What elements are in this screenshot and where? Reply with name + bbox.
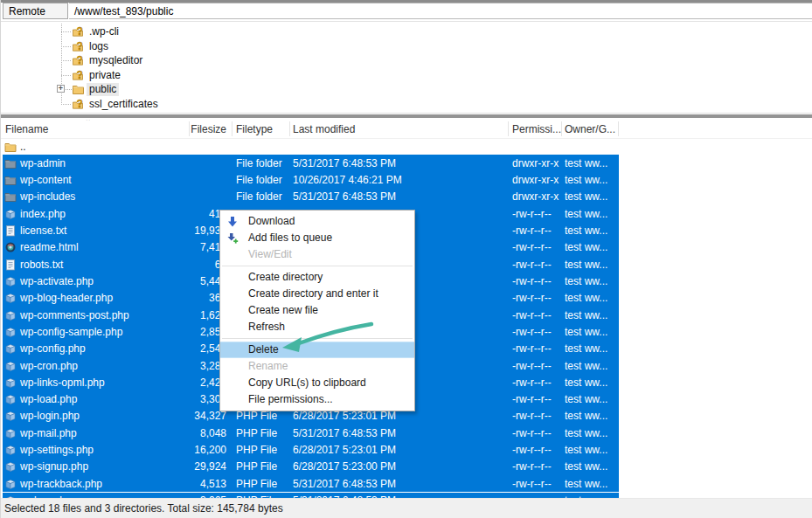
column-header-last-modified[interactable]: Last modified — [293, 122, 355, 136]
cell-size: 7,413 — [139, 241, 226, 254]
selection-summary: Selected 18 files and 3 directories. Tot… — [4, 501, 283, 515]
cell-name: wp-config-sample.php — [20, 326, 122, 339]
cell-size: 3,301 — [139, 393, 226, 406]
column-header-owner-group[interactable]: Owner/G... — [565, 122, 615, 136]
cell-size: 5,447 — [139, 275, 226, 288]
cell-type: PHP File — [236, 427, 277, 440]
tree-item-label[interactable]: public — [87, 83, 119, 96]
cell-perms: -rw-r--r-- — [512, 208, 552, 221]
tree-item-label[interactable]: logs — [87, 40, 111, 53]
text-file-icon — [4, 259, 17, 271]
tree-expander-icon[interactable]: + — [57, 85, 65, 93]
column-divider[interactable] — [189, 121, 190, 136]
cell-perms: -rw-r--r-- — [512, 259, 552, 272]
column-header-filesize[interactable]: Filesize — [139, 122, 226, 136]
cell-size: 29,924 — [139, 460, 226, 473]
cell-owner: test ww... — [565, 460, 617, 473]
menu-item-create-directory[interactable]: Create directory — [220, 269, 414, 286]
menu-item-refresh[interactable]: Refresh — [220, 319, 414, 335]
menu-item-create-new-file[interactable]: Create new file — [220, 302, 414, 319]
cell-owner: test ww... — [565, 224, 617, 238]
tree-item-label[interactable]: private — [87, 69, 123, 82]
tree-item-ssl_certificates[interactable]: ?ssl_certificates — [1, 97, 350, 112]
cell-name: readme.html — [20, 241, 79, 254]
cell-owner: test ww... — [565, 393, 617, 406]
table-row-wp-signup.php[interactable]: wp-signup.php29,924PHP File6/28/2017 5:2… — [1, 459, 812, 475]
cell-name: wp-activate.php — [20, 275, 94, 288]
cell-size: 4,513 — [139, 478, 226, 491]
cell-type: File folder — [236, 174, 282, 187]
pane-splitter[interactable] — [1, 114, 812, 118]
table-row-wp-admin[interactable]: wp-adminFile folder5/31/2017 6:48:53 PMd… — [1, 155, 812, 171]
cell-name: wp-trackback.php — [20, 478, 102, 491]
svg-text:?: ? — [77, 40, 83, 52]
cell-perms: -rw-r--r-- — [512, 360, 552, 373]
column-header-permissions[interactable]: Permissi... — [512, 122, 561, 136]
tree-item-private[interactable]: ?private — [1, 68, 350, 83]
cell-size — [139, 174, 226, 187]
cell-owner: test ww... — [565, 275, 617, 288]
php-file-icon — [4, 360, 17, 372]
cell-modified: 5/31/2017 6:48:53 PM — [293, 427, 396, 440]
cell-perms: -rw-r--r-- — [512, 275, 552, 288]
menu-item-file-permissions[interactable]: File permissions... — [220, 391, 414, 408]
cell-perms: -rw-r--r-- — [512, 326, 552, 339]
menu-item-download[interactable]: Download — [220, 213, 414, 230]
cell-owner: test ww... — [565, 427, 617, 440]
cell-owner: test ww... — [565, 342, 617, 356]
cell-size: 418 — [139, 208, 226, 221]
cell-name: wp-settings.php — [20, 444, 94, 457]
tree-item-logs[interactable]: ?logs — [1, 39, 350, 54]
folder-icon — [4, 190, 17, 203]
cell-name: wp-admin — [20, 157, 66, 170]
add-queue-icon — [226, 232, 239, 245]
cell-size: 3,286 — [139, 360, 226, 373]
cell-name: index.php — [20, 208, 66, 221]
php-file-icon — [4, 326, 17, 338]
cell-size — [139, 190, 226, 204]
cell-name: wp-includes — [20, 190, 75, 204]
cell-owner: test ww... — [565, 292, 617, 305]
cell-modified: 5/31/2017 6:48:53 PM — [293, 157, 396, 170]
column-divider[interactable] — [618, 121, 619, 136]
table-row-wp-includes[interactable]: wp-includesFile folder5/31/2017 6:48:53 … — [1, 189, 812, 205]
cell-owner: test ww... — [565, 259, 617, 272]
column-divider[interactable] — [508, 121, 509, 136]
menu-item-create-directory-and-enter-it[interactable]: Create directory and enter it — [220, 286, 414, 302]
column-header-filetype[interactable]: Filetype — [236, 122, 273, 136]
column-header-filename[interactable]: Filename — [5, 122, 48, 136]
column-divider[interactable] — [289, 121, 290, 136]
cell-size: 8,048 — [139, 427, 226, 440]
column-divider[interactable] — [232, 121, 232, 136]
svg-text:?: ? — [77, 98, 83, 110]
table-row-wp-content[interactable]: wp-contentFile folder10/26/2017 4:46:21 … — [1, 172, 812, 189]
column-divider[interactable] — [561, 121, 562, 136]
menu-item-copy-url-s-to-clipboard[interactable]: Copy URL(s) to clipboard — [220, 375, 414, 391]
label-text: Add files to queue — [248, 231, 332, 244]
remote-site-label: Remote site: — [3, 3, 68, 19]
table-row-wp-mail.php[interactable]: wp-mail.php8,048PHP File5/31/2017 6:48:5… — [1, 425, 812, 441]
remote-path-field[interactable]: /www/test_893/public — [69, 3, 812, 19]
tree-item-public[interactable]: +public — [1, 82, 350, 97]
tree-item-label[interactable]: .wp-cli — [87, 25, 121, 38]
tree-item-label[interactable]: ssl_certificates — [87, 98, 161, 111]
table-row-wp-trackback.php[interactable]: wp-trackback.php4,513PHP File5/31/2017 6… — [1, 475, 812, 492]
cell-name: wp-load.php — [20, 393, 77, 406]
cell-owner: test ww... — [565, 376, 617, 390]
tree-item-label[interactable]: mysqleditor — [87, 54, 145, 67]
table-row-..[interactable]: .. — [1, 138, 812, 155]
tree-item-.wp-cli[interactable]: ?.wp-cli — [1, 24, 350, 39]
cell-perms: drwxr-xr-x — [512, 190, 559, 204]
cell-perms: -rw-r--r-- — [512, 241, 552, 254]
tree-connector-stub — [61, 46, 71, 47]
tree-item-mysqleditor[interactable]: ?mysqleditor — [1, 53, 350, 68]
menu-item-add-files-to-queue[interactable]: Add files to queue — [220, 230, 414, 246]
status-bar: Selected 18 files and 3 directories. Tot… — [1, 498, 812, 518]
table-row-wp-settings.php[interactable]: wp-settings.php16,200PHP File6/28/2017 5… — [1, 442, 812, 459]
cell-size: 67 — [139, 259, 226, 272]
cell-perms: -rw-r--r-- — [512, 309, 552, 322]
cell-perms: -rw-r--r-- — [512, 478, 552, 491]
menu-item-delete[interactable]: Delete — [220, 342, 414, 358]
cell-name: wp-blog-header.php — [20, 292, 113, 305]
cell-name: wp-links-opml.php — [20, 376, 105, 390]
